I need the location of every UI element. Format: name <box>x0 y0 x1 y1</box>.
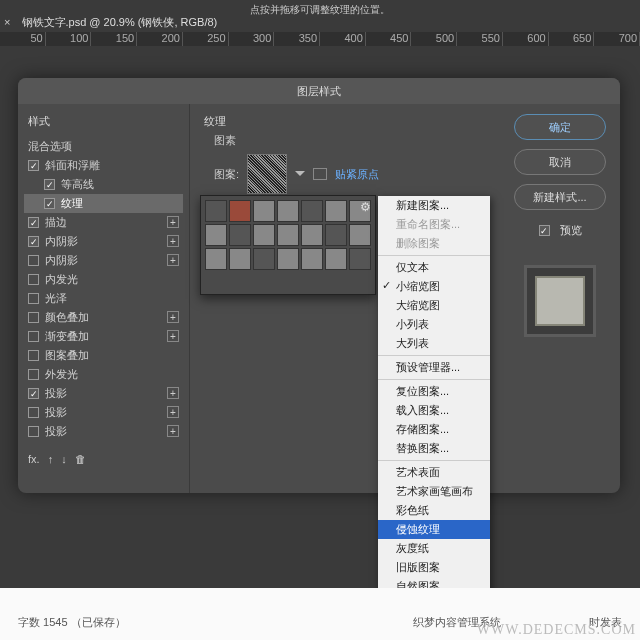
add-icon[interactable]: + <box>167 235 179 247</box>
add-icon[interactable]: + <box>167 425 179 437</box>
blending-options[interactable]: 混合选项 <box>24 137 183 156</box>
menu-item[interactable]: 大缩览图 <box>378 296 490 315</box>
fx-tools[interactable]: fx. ↑ ↓ 🗑 <box>24 449 183 469</box>
checkbox[interactable] <box>28 350 39 361</box>
menu-item[interactable]: 载入图案... <box>378 401 490 420</box>
close-tab-icon[interactable]: × <box>4 16 10 28</box>
dialog-title: 图层样式 <box>18 78 620 104</box>
checkbox[interactable]: ✓ <box>28 160 39 171</box>
pattern-cell[interactable] <box>325 200 347 222</box>
style-item[interactable]: 外发光 <box>24 365 183 384</box>
fx-label: fx. <box>28 453 40 465</box>
style-item[interactable]: 图案叠加 <box>24 346 183 365</box>
menu-item[interactable]: ✓小缩览图 <box>378 277 490 296</box>
snap-origin-link[interactable]: 贴紧原点 <box>335 167 379 182</box>
add-icon[interactable]: + <box>167 406 179 418</box>
pattern-cell[interactable] <box>325 224 347 246</box>
trash-icon[interactable]: 🗑 <box>75 453 86 465</box>
add-icon[interactable]: + <box>167 330 179 342</box>
gear-icon[interactable]: ⚙ <box>360 200 371 214</box>
pattern-cell[interactable] <box>229 200 251 222</box>
menu-item: 删除图案 <box>378 234 490 253</box>
style-item[interactable]: ✓斜面和浮雕 <box>24 156 183 175</box>
menu-item[interactable]: 艺术表面 <box>378 463 490 482</box>
style-item[interactable]: 光泽 <box>24 289 183 308</box>
checkbox[interactable]: ✓ <box>28 388 39 399</box>
menu-item[interactable]: 彩色纸 <box>378 501 490 520</box>
add-icon[interactable]: + <box>167 311 179 323</box>
ok-button[interactable]: 确定 <box>514 114 606 140</box>
checkbox[interactable]: ✓ <box>28 217 39 228</box>
style-label: 内发光 <box>45 272 78 287</box>
pattern-cell[interactable] <box>301 224 323 246</box>
pattern-cell[interactable] <box>253 224 275 246</box>
pattern-cell[interactable] <box>349 224 371 246</box>
checkbox[interactable]: ✓ <box>44 198 55 209</box>
style-label: 等高线 <box>61 177 94 192</box>
menu-item[interactable]: 旧版图案 <box>378 558 490 577</box>
add-icon[interactable]: + <box>167 216 179 228</box>
style-item[interactable]: 颜色叠加+ <box>24 308 183 327</box>
document-tab[interactable]: × 钢铁文字.psd @ 20.9% (钢铁侠, RGB/8) <box>4 15 217 30</box>
arrow-down-icon[interactable]: ↓ <box>61 453 67 465</box>
pattern-cell[interactable] <box>229 248 251 270</box>
checkbox[interactable] <box>28 312 39 323</box>
checkbox[interactable] <box>28 407 39 418</box>
style-item[interactable]: ✓纹理 <box>24 194 183 213</box>
arrow-up-icon[interactable]: ↑ <box>48 453 54 465</box>
menu-item[interactable]: 仅文本 <box>378 258 490 277</box>
pattern-cell[interactable] <box>253 200 275 222</box>
pattern-swatch[interactable] <box>247 154 287 194</box>
style-item[interactable]: 投影+ <box>24 422 183 441</box>
pattern-cell[interactable] <box>349 248 371 270</box>
pattern-cell[interactable] <box>229 224 251 246</box>
menu-item[interactable]: 灰度纸 <box>378 539 490 558</box>
pattern-cell[interactable] <box>301 248 323 270</box>
pattern-cell[interactable] <box>205 224 227 246</box>
pattern-cell[interactable] <box>253 248 275 270</box>
checkbox[interactable] <box>28 255 39 266</box>
add-icon[interactable]: + <box>167 254 179 266</box>
checkbox[interactable] <box>28 426 39 437</box>
style-item[interactable]: ✓描边+ <box>24 213 183 232</box>
menu-item[interactable]: 预设管理器... <box>378 358 490 377</box>
new-preset-icon[interactable] <box>313 168 327 180</box>
pattern-dropdown-icon[interactable] <box>295 171 305 181</box>
pattern-picker: ⚙ <box>200 195 376 295</box>
style-item[interactable]: 内发光 <box>24 270 183 289</box>
menu-item[interactable]: 大列表 <box>378 334 490 353</box>
pattern-cell[interactable] <box>325 248 347 270</box>
style-item[interactable]: ✓投影+ <box>24 384 183 403</box>
pattern-cell[interactable] <box>277 248 299 270</box>
menu-item[interactable]: 侵蚀纹理 <box>378 520 490 539</box>
pattern-cell[interactable] <box>205 248 227 270</box>
style-item[interactable]: 渐变叠加+ <box>24 327 183 346</box>
menu-item[interactable]: 存储图案... <box>378 420 490 439</box>
checkbox[interactable] <box>28 369 39 380</box>
preview-checkbox[interactable]: ✓预览 <box>539 223 582 238</box>
add-icon[interactable]: + <box>167 387 179 399</box>
style-item[interactable]: 内阴影+ <box>24 251 183 270</box>
checkbox[interactable]: ✓ <box>28 236 39 247</box>
style-label: 描边 <box>45 215 67 230</box>
new-style-button[interactable]: 新建样式... <box>514 184 606 210</box>
menu-item[interactable]: 替换图案... <box>378 439 490 458</box>
menu-item[interactable]: 新建图案... <box>378 196 490 215</box>
pattern-cell[interactable] <box>301 200 323 222</box>
pattern-grid[interactable] <box>201 196 375 274</box>
menu-item[interactable]: 小列表 <box>378 315 490 334</box>
checkbox[interactable] <box>28 331 39 342</box>
style-item[interactable]: ✓内阴影+ <box>24 232 183 251</box>
style-item[interactable]: 投影+ <box>24 403 183 422</box>
style-item[interactable]: ✓等高线 <box>24 175 183 194</box>
pattern-cell[interactable] <box>205 200 227 222</box>
checkbox[interactable] <box>28 274 39 285</box>
checkbox[interactable] <box>28 293 39 304</box>
menu-item[interactable]: 复位图案... <box>378 382 490 401</box>
menu-item[interactable]: 艺术家画笔画布 <box>378 482 490 501</box>
pattern-cell[interactable] <box>277 200 299 222</box>
cancel-button[interactable]: 取消 <box>514 149 606 175</box>
checkbox[interactable]: ✓ <box>44 179 55 190</box>
styles-sidebar: 样式 混合选项 ✓斜面和浮雕✓等高线✓纹理✓描边+✓内阴影+内阴影+内发光光泽颜… <box>18 104 190 493</box>
pattern-cell[interactable] <box>277 224 299 246</box>
